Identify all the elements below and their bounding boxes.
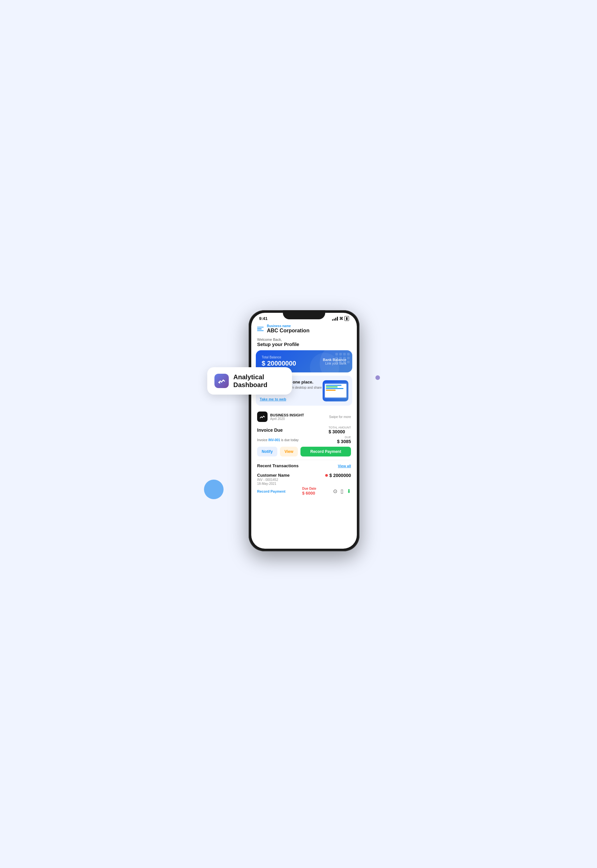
transaction-customer-name: Customer Name: [257, 473, 290, 478]
svg-point-0: [219, 382, 220, 383]
status-icons: ⌘ ▮: [332, 316, 349, 321]
phone-frame: 9:41 ⌘ ▮: [249, 310, 359, 551]
purple-dot-decoration: [376, 375, 380, 380]
insight-icon: [257, 411, 267, 422]
blue-circle-decoration: [204, 479, 224, 499]
transaction-main-amount: $ 2000000: [330, 473, 351, 478]
view-button[interactable]: View: [280, 447, 298, 457]
scene: Analytical Dashboard 9:41: [214, 310, 383, 558]
phone-notch: [283, 310, 325, 319]
insight-date: April 2020: [270, 417, 304, 421]
due-date-label: Due Date: [302, 487, 316, 490]
business-insight-section: BUSINESS INSIGHT April 2020 Swipe for mo…: [251, 409, 357, 424]
invoice-due-amount: $ 3085: [337, 439, 351, 444]
swipe-more-text: Swipe for more: [329, 415, 351, 419]
take-me-to-web-link[interactable]: Take me to web: [260, 397, 286, 401]
invoice-total-amount: $ 30000: [328, 429, 351, 434]
transaction-item: Customer Name INV - 0001452 18-May-2021 …: [257, 471, 351, 497]
chart-icon: [218, 377, 226, 385]
insight-label: BUSINESS INSIGHT: [270, 413, 304, 417]
popup-title: Analytical Dashboard: [233, 373, 267, 389]
transaction-action-icons: ⊙ ▯ ⬇: [333, 488, 351, 494]
invoice-description: Invoice INV-001 is due today: [257, 438, 298, 442]
signal-icon: [332, 317, 338, 320]
invoice-total-label: TOTAL AMOUNT: [328, 426, 351, 429]
invoice-number: INV-001: [268, 438, 280, 442]
card-dots-decoration: [335, 353, 350, 363]
menu-icon[interactable]: [257, 327, 264, 331]
header-business-info: Business name ABC Corporation: [267, 324, 310, 334]
overdue-indicator: [325, 474, 328, 477]
view-all-link[interactable]: View all: [338, 464, 351, 468]
mock-screen-decoration: [324, 383, 348, 399]
data-banner-image: [322, 380, 348, 401]
welcome-section: Welcome Back, Setup your Profile: [251, 336, 357, 350]
app-header[interactable]: Business name ABC Corporation: [251, 322, 357, 336]
balance-amount: $ 20000000: [262, 360, 296, 367]
battery-icon: ▮: [345, 316, 349, 321]
notify-button[interactable]: Notify: [257, 447, 277, 457]
welcome-greeting: Welcome Back,: [257, 338, 351, 341]
transaction-record-payment-link[interactable]: Record Payment: [257, 490, 285, 493]
invoice-due-section: Invoice Due TOTAL AMOUNT $ 30000 Invoice…: [251, 424, 357, 444]
analytics-dashboard-popup: Analytical Dashboard: [207, 367, 292, 395]
recent-transactions-section: Recent Transactions View all Customer Na…: [251, 460, 357, 500]
analytics-dashboard-icon: [214, 374, 229, 388]
download-icon[interactable]: ⬇: [347, 488, 351, 494]
status-time: 9:41: [259, 316, 267, 321]
transaction-date: 18-May-2021: [257, 482, 290, 485]
invoice-due-title: Invoice Due: [257, 427, 283, 433]
invoice-due-label: DUE: [337, 436, 351, 439]
record-payment-button[interactable]: Record Payment: [300, 447, 351, 457]
phone-screen: 9:41 ⌘ ▮: [251, 313, 357, 549]
business-label: Business name: [267, 324, 310, 328]
invoice-action-buttons: Notify View Record Payment: [251, 447, 357, 460]
share-icon[interactable]: ⊙: [333, 488, 337, 494]
screen-content: 9:41 ⌘ ▮: [251, 313, 357, 549]
business-name: ABC Corporation: [267, 328, 310, 334]
transaction-invoice-number: INV - 0001452: [257, 478, 290, 482]
due-amount: $ 6000: [302, 491, 316, 496]
copy-icon[interactable]: ▯: [340, 488, 343, 494]
transactions-title: Recent Transactions: [257, 463, 298, 468]
setup-profile-text[interactable]: Setup your Profile: [257, 341, 351, 347]
wifi-icon: ⌘: [339, 316, 343, 321]
balance-amount-section: Total Balance $ 20000000: [262, 356, 296, 367]
